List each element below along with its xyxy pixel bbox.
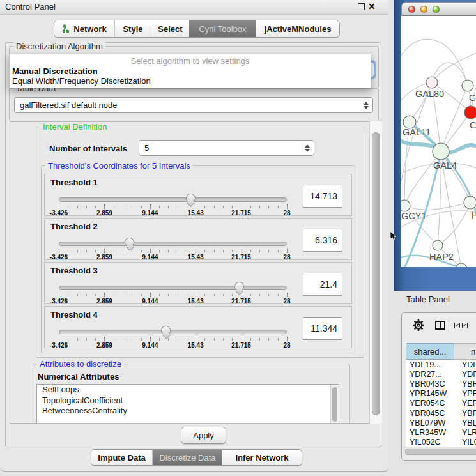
network-node[interactable] (433, 240, 443, 250)
apply-button[interactable]: Apply (181, 427, 226, 444)
table-row[interactable]: YDR27...YDR2 (406, 369, 476, 379)
network-node[interactable] (426, 77, 438, 88)
table-row[interactable]: YBR045CYBR0 (406, 408, 476, 418)
network-nodes: GAL80GACGAL11GAL4GCY1HHAP2 (401, 77, 476, 267)
network-window-titlebar[interactable] (401, 2, 476, 16)
float-window-icon[interactable] (358, 3, 365, 10)
number-of-intervals-combobox[interactable]: 5 (139, 140, 314, 156)
settings-vertical-scrollbar[interactable] (369, 121, 382, 424)
slider-track[interactable] (59, 286, 287, 290)
network-graph: GAL80GACGAL11GAL4GCY1HHAP2 (401, 16, 476, 267)
threshold-value-box[interactable]: 21.4 (303, 273, 342, 296)
checkbox-columns-icon-2[interactable]: ✓ (462, 323, 468, 328)
numerical-attributes-list[interactable]: SelfLoopsTopologicalCoefficientBetweenne… (36, 384, 339, 424)
table-toolbar: ✓ ✓ (402, 313, 476, 341)
mouse-cursor (390, 231, 397, 241)
network-view-canvas[interactable]: GAL80GACGAL11GAL4GCY1HHAP2 (401, 16, 476, 267)
thresholds-coordinates-title: Threshold's Coordinates for 5 Intervals (45, 161, 193, 171)
threshold-panel: Threshold 2 -3.4262.8599.14415.4321.7152… (44, 218, 352, 260)
slider-minor-ticks (59, 206, 288, 208)
column-header-name[interactable]: n (454, 343, 476, 360)
discretization-algorithm-group-title: Discretization Algorithm (13, 42, 105, 51)
zoom-traffic-light[interactable] (433, 6, 440, 13)
table-row[interactable]: YLR345WYLR3 (406, 427, 476, 437)
checkbox-columns-icon[interactable]: ✓ (454, 323, 460, 328)
dropdown-item-manual-discretization[interactable]: Manual Discretization (10, 66, 371, 76)
table-row[interactable]: YPR145WYPR1 (406, 389, 476, 399)
threshold-value-box[interactable]: 11.344 (303, 317, 342, 340)
tab-jactivemnodules[interactable]: jActiveMNodules (256, 20, 339, 37)
table-panel-window: ✓ ✓ shared... n YDL19...YDL1YDR27...YDR2… (401, 312, 476, 461)
threshold-value-box[interactable]: 6.316 (303, 229, 342, 252)
attribute-items: SelfLoopsTopologicalCoefficientBetweenne… (37, 385, 339, 417)
threshold-label: Threshold 1 (50, 178, 98, 187)
table-row[interactable]: YDL19...YDL1 (406, 360, 476, 369)
table-data-selected-value: galFiltered.sif default node (20, 100, 117, 110)
number-of-intervals-label: Number of Intervals (49, 144, 127, 153)
attribute-list-item[interactable]: SelfLoops (37, 385, 339, 395)
slider-tick-labels: -3.4262.8599.14415.4321.71528 (59, 254, 287, 261)
attribute-list-item[interactable]: BetweennessCentrality (37, 406, 339, 417)
table-row[interactable]: YBR043CYBR0 (406, 379, 476, 388)
column-header-shared-name[interactable]: shared... (406, 343, 454, 360)
table-data-combobox[interactable]: galFiltered.sif default node (14, 97, 373, 113)
tab-select[interactable]: Select (151, 20, 189, 37)
attributes-list-scrollbar[interactable] (330, 385, 339, 424)
control-panel-tabbar: Network Style Select Cyni Toolbox jActiv… (54, 20, 340, 38)
cyni-bottom-tabbar: Impute Data Discretize Data Infer Networ… (91, 449, 302, 466)
slider-thumb[interactable] (186, 194, 196, 203)
scrollbar-thumb[interactable] (372, 132, 380, 415)
slider-thumb[interactable] (125, 238, 134, 247)
threshold-slider[interactable]: -3.4262.8599.14415.4321.71528 (59, 240, 287, 257)
dropdown-item-equal-width[interactable]: Equal Width/Frequency Discretization (10, 76, 371, 86)
settings-scrollpane: Interval Definition Number of Intervals … (10, 121, 382, 424)
dropdown-placeholder-item[interactable]: Select algorithm to view settings (10, 54, 371, 66)
table-panel-title: Table Panel (406, 295, 450, 304)
table-row[interactable]: YBL079WYBL0 (406, 418, 476, 427)
threshold-slider[interactable]: -3.4262.8599.14415.4321.71528 (59, 328, 287, 345)
network-tab-icon (62, 24, 70, 33)
numerical-attributes-label: Numerical Attributes (38, 372, 119, 381)
threshold-panel: Threshold 1 -3.4262.8599.14415.4321.7152… (44, 174, 352, 216)
slider-track[interactable] (59, 330, 287, 334)
table-row[interactable]: YER054CYER0 (406, 399, 476, 408)
network-node[interactable] (401, 200, 410, 211)
tab-infer-network[interactable]: Infer Network (222, 450, 302, 465)
slider-track[interactable] (59, 242, 287, 246)
attributes-group-title: Attributes to discretize (37, 359, 124, 369)
slider-thumb[interactable] (234, 282, 244, 291)
combo-stepper-icon (305, 144, 310, 152)
threshold-label: Threshold 3 (50, 266, 98, 275)
threshold-value-box[interactable]: 14.713 (303, 185, 342, 208)
table-row[interactable]: YIL052CYIL0 (406, 438, 476, 447)
split-columns-icon[interactable] (435, 321, 445, 330)
tab-impute-data[interactable]: Impute Data (91, 450, 153, 465)
network-node-label: C (470, 120, 476, 130)
table-horizontal-scrollbar[interactable] (403, 447, 476, 456)
gear-icon[interactable] (412, 319, 425, 332)
slider-tick-labels: -3.4262.8599.14415.4321.71528 (59, 210, 287, 217)
tab-style[interactable]: Style (115, 20, 151, 37)
combo-stepper-icon (364, 102, 369, 109)
attributes-group: Attributes to discretize Numerical Attri… (33, 364, 350, 424)
slider-track[interactable] (59, 197, 287, 202)
tab-network[interactable]: Network (54, 20, 115, 37)
network-node[interactable] (464, 106, 476, 119)
thresholds-coordinates-group: Threshold's Coordinates for 5 Intervals … (41, 165, 355, 353)
network-node[interactable] (403, 116, 416, 128)
attribute-list-item[interactable]: TopologicalCoefficient (37, 395, 339, 406)
threshold-slider[interactable]: -3.4262.8599.14415.4321.71528 (59, 196, 287, 213)
control-panel-titlebar: Control Panel ✕ (0, 0, 388, 15)
interval-definition-group: Interval Definition Number of Intervals … (36, 127, 364, 358)
close-traffic-light[interactable] (408, 6, 415, 13)
network-node[interactable] (462, 80, 473, 91)
table-rows[interactable]: YDL19...YDL1YDR27...YDR2YBR043CYBR0YPR14… (406, 360, 476, 447)
tab-cyni-toolbox[interactable]: Cyni Toolbox (189, 20, 256, 37)
tab-discretize-data[interactable]: Discretize Data (153, 450, 222, 465)
threshold-slider[interactable]: -3.4262.8599.14415.4321.71528 (59, 284, 287, 301)
network-node[interactable] (464, 196, 476, 209)
slider-thumb[interactable] (161, 326, 171, 335)
close-icon[interactable]: ✕ (368, 1, 376, 12)
network-node[interactable] (433, 143, 449, 160)
minimize-traffic-light[interactable] (420, 6, 427, 13)
